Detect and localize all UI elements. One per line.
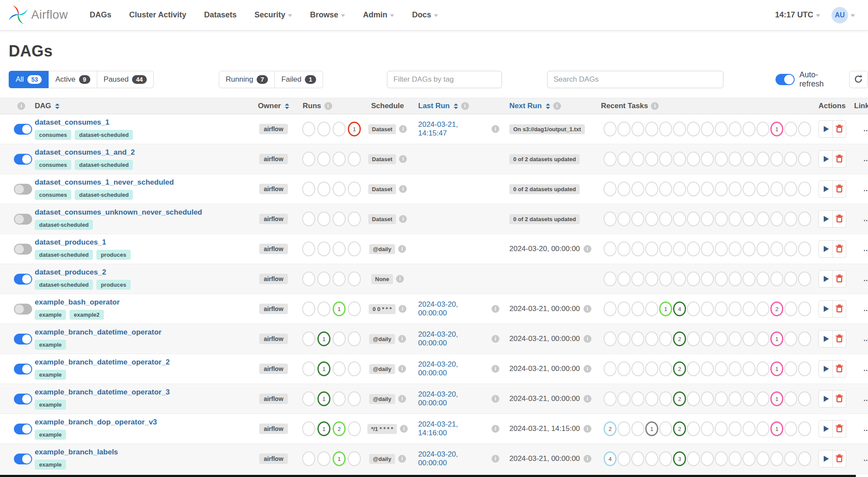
- clock-dropdown[interactable]: 14:17 UTC: [775, 10, 820, 20]
- dag-tag[interactable]: example: [35, 430, 66, 440]
- run-status-circle[interactable]: [317, 301, 330, 316]
- recent-task-circle[interactable]: [770, 272, 783, 286]
- run-status-circle[interactable]: [348, 361, 361, 376]
- recent-task-circle[interactable]: 1: [770, 421, 783, 436]
- links-ellipsis[interactable]: …: [851, 275, 868, 283]
- recent-task-circle[interactable]: [617, 301, 630, 316]
- links-ellipsis[interactable]: …: [851, 335, 868, 343]
- recent-task-circle[interactable]: [631, 122, 644, 136]
- owner-badge[interactable]: airflow: [259, 274, 287, 284]
- recent-task-circle[interactable]: [743, 301, 756, 316]
- recent-task-circle[interactable]: [715, 182, 728, 196]
- recent-task-circle[interactable]: [729, 122, 742, 136]
- run-status-circle[interactable]: 1: [317, 331, 330, 346]
- recent-task-circle[interactable]: [729, 391, 742, 406]
- recent-task-circle[interactable]: [659, 182, 672, 196]
- dag-name-link[interactable]: dataset_produces_1: [35, 238, 106, 247]
- dag-tag[interactable]: dataset-scheduled: [35, 220, 93, 230]
- recent-task-circle[interactable]: [617, 421, 630, 436]
- recent-task-circle[interactable]: [604, 272, 617, 286]
- recent-task-circle[interactable]: [687, 212, 700, 226]
- pause-toggle[interactable]: [14, 184, 32, 195]
- trigger-dag-button[interactable]: [819, 450, 832, 467]
- pause-toggle[interactable]: [14, 244, 32, 255]
- recent-task-circle[interactable]: [645, 272, 658, 286]
- recent-task-circle[interactable]: [701, 391, 714, 406]
- pause-toggle[interactable]: [14, 424, 32, 434]
- recent-task-circle[interactable]: [687, 122, 700, 136]
- dag-tag[interactable]: example: [35, 400, 66, 410]
- recent-task-circle[interactable]: [784, 361, 797, 376]
- recent-task-circle[interactable]: [798, 182, 811, 196]
- links-ellipsis[interactable]: …: [851, 425, 868, 433]
- pause-toggle[interactable]: [14, 124, 32, 135]
- delete-dag-button[interactable]: [832, 121, 846, 137]
- run-status-circle[interactable]: [348, 391, 361, 406]
- run-status-circle[interactable]: [317, 152, 330, 166]
- recent-task-circle[interactable]: [784, 212, 797, 226]
- dag-tag[interactable]: dataset-scheduled: [35, 280, 93, 290]
- nav-item-browse[interactable]: Browse: [310, 10, 345, 20]
- recent-task-circle[interactable]: [729, 242, 742, 256]
- recent-task-circle[interactable]: [729, 182, 742, 196]
- recent-task-circle[interactable]: [756, 182, 769, 196]
- dag-tag[interactable]: example: [35, 370, 66, 380]
- run-status-circle[interactable]: 1: [333, 451, 346, 466]
- recent-task-circle[interactable]: 2: [673, 391, 686, 406]
- recent-task-circle[interactable]: [604, 242, 617, 256]
- run-status-circle[interactable]: 1: [317, 421, 330, 436]
- recent-task-circle[interactable]: [617, 391, 630, 406]
- recent-task-circle[interactable]: 2: [673, 331, 686, 346]
- recent-task-circle[interactable]: [617, 331, 630, 346]
- recent-task-circle[interactable]: 1: [770, 331, 783, 346]
- dag-name-link[interactable]: dataset_consumes_1_never_scheduled: [35, 178, 174, 187]
- recent-task-circle[interactable]: 2: [604, 421, 617, 436]
- links-ellipsis[interactable]: …: [851, 125, 868, 133]
- run-status-circle[interactable]: 1: [348, 122, 361, 136]
- recent-task-circle[interactable]: [659, 122, 672, 136]
- recent-task-circle[interactable]: [631, 242, 644, 256]
- recent-task-circle[interactable]: [756, 361, 769, 376]
- recent-task-circle[interactable]: [604, 122, 617, 136]
- links-ellipsis[interactable]: …: [851, 155, 868, 163]
- run-status-circle[interactable]: [302, 391, 315, 406]
- recent-task-circle[interactable]: [715, 242, 728, 256]
- tab-failed[interactable]: Failed1: [275, 71, 323, 88]
- owner-badge[interactable]: airflow: [259, 124, 287, 134]
- recent-task-circle[interactable]: [743, 421, 756, 436]
- run-status-circle[interactable]: 2: [333, 421, 346, 436]
- run-status-circle[interactable]: [302, 331, 315, 346]
- recent-task-circle[interactable]: [784, 242, 797, 256]
- pause-toggle[interactable]: [14, 394, 32, 404]
- recent-task-circle[interactable]: [604, 212, 617, 226]
- recent-task-circle[interactable]: [631, 182, 644, 196]
- trigger-dag-button[interactable]: [819, 181, 832, 197]
- owner-badge[interactable]: airflow: [259, 184, 287, 194]
- delete-dag-button[interactable]: [832, 421, 846, 437]
- run-status-circle[interactable]: [317, 182, 330, 196]
- recent-task-circle[interactable]: [617, 122, 630, 136]
- recent-task-circle[interactable]: [729, 152, 742, 166]
- pause-toggle[interactable]: [14, 304, 32, 315]
- recent-task-circle[interactable]: [756, 331, 769, 346]
- recent-task-circle[interactable]: [659, 451, 672, 466]
- nav-item-admin[interactable]: Admin: [363, 10, 394, 20]
- recent-task-circle[interactable]: [631, 301, 644, 316]
- run-status-circle[interactable]: [333, 242, 346, 256]
- links-ellipsis[interactable]: …: [851, 215, 868, 223]
- recent-task-circle[interactable]: [798, 391, 811, 406]
- recent-task-circle[interactable]: [715, 301, 728, 316]
- dag-tag[interactable]: example2: [69, 310, 104, 320]
- recent-task-circle[interactable]: [770, 451, 783, 466]
- last-run-link[interactable]: 2024-03-20, 00:00:00: [418, 450, 488, 467]
- recent-task-circle[interactable]: [729, 331, 742, 346]
- dag-name-link[interactable]: dataset_consumes_1: [35, 118, 109, 127]
- recent-task-circle[interactable]: [715, 391, 728, 406]
- recent-task-circle[interactable]: [701, 272, 714, 286]
- recent-task-circle[interactable]: [687, 451, 700, 466]
- dag-name-link[interactable]: example_branch_datetime_operator_3: [35, 388, 170, 397]
- recent-task-circle[interactable]: [798, 152, 811, 166]
- nav-item-cluster-activity[interactable]: Cluster Activity: [129, 10, 186, 20]
- run-status-circle[interactable]: [348, 421, 361, 436]
- recent-task-circle[interactable]: [645, 391, 658, 406]
